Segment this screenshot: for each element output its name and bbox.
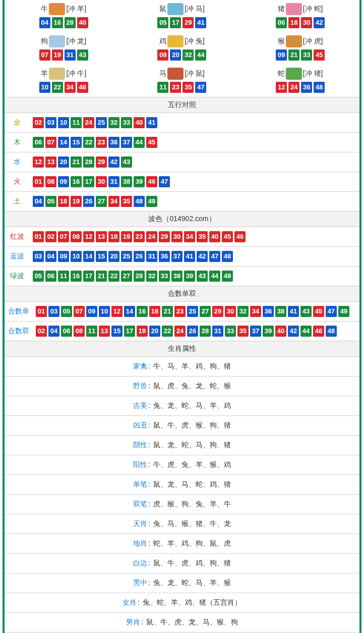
number-ball: 27 (96, 196, 107, 207)
table-row: 红波 0102070812131819232429303435404546 (5, 227, 359, 247)
number-ball: 24 (174, 326, 186, 337)
number-ball: 11 (157, 82, 168, 93)
attr-value: 兔、马、猴、猪、牛、龙 (153, 519, 231, 528)
number-ball: 25 (187, 306, 198, 317)
number-ball: 09 (58, 251, 69, 262)
number-ball: 10 (71, 251, 82, 262)
number-ball: 23 (174, 306, 186, 317)
attr-value: 兔、蛇、羊、鸡、猪（五宫肖） (143, 598, 241, 606)
zodiac-icon (49, 35, 65, 47)
number-ball: 05 (61, 306, 72, 317)
number-ball: 26 (134, 251, 145, 262)
number-ball: 35 (237, 326, 249, 337)
zodiac-header: 鼠 [冲 马] (123, 3, 241, 15)
number-ball: 22 (52, 82, 63, 93)
number-ball: 08 (45, 176, 56, 187)
number-ball: 28 (83, 156, 94, 168)
row-numbers: 0103050709101214161821232527293032343638… (33, 302, 359, 322)
number-ball: 19 (121, 231, 132, 242)
number-ball: 48 (326, 326, 337, 337)
number-ball: 08 (74, 326, 85, 337)
number-ball: 45 (313, 306, 324, 317)
attr-value: 牛、马、羊、鸡、狗、猪 (153, 362, 231, 370)
number-ball: 23 (96, 137, 107, 148)
number-ball: 15 (96, 251, 107, 262)
table-row: 金 02031011242532334041 (5, 113, 359, 133)
table-row: 蓝波 03040910141520252631363741424748 (5, 247, 359, 267)
number-ball: 20 (58, 156, 69, 168)
number-ball: 36 (263, 306, 274, 317)
zodiac-cell: 牛 [冲 羊] 04162840 (5, 0, 123, 32)
zodiac-name: 牛 (41, 5, 48, 14)
number-ball: 35 (197, 231, 208, 242)
attr-label: 野兽 (133, 382, 147, 390)
number-ball: 16 (137, 306, 148, 317)
number-ball: 28 (134, 271, 145, 282)
number-ball: 15 (111, 326, 123, 337)
number-ball: 47 (159, 176, 170, 187)
zodiac-conflict: [冲 兔] (185, 37, 205, 46)
zodiac-numbers: 05172941 (123, 17, 241, 28)
number-ball: 13 (99, 326, 110, 337)
number-ball: 41 (146, 117, 157, 128)
number-ball: 14 (83, 251, 94, 262)
attr-label: 双笔 (133, 500, 147, 508)
number-ball: 32 (108, 117, 119, 128)
zodiac-conflict: [冲 龙] (66, 37, 86, 46)
number-ball: 33 (159, 271, 170, 282)
row-label: 合数单 (5, 302, 33, 322)
number-ball: 33 (301, 49, 312, 61)
zodiac-cell: 猴 [冲 虎] 09213345 (241, 32, 359, 65)
attr-row: 吉美: 兔、龙、蛇、马、羊、鸡 (5, 396, 359, 415)
number-ball: 48 (222, 251, 233, 262)
number-ball: 47 (195, 82, 206, 93)
number-ball: 38 (121, 176, 132, 187)
number-ball: 22 (108, 271, 119, 282)
number-ball: 35 (121, 196, 132, 207)
attr-value: 鼠、牛、虎、猴、狗、猪 (153, 421, 231, 429)
zodiac-cell: 羊 [冲 牛] 10223446 (5, 65, 123, 97)
number-ball: 37 (171, 251, 183, 262)
row-numbers: 06071415222336374445 (30, 133, 359, 152)
row-numbers: 02031011242532334041 (30, 113, 359, 133)
number-ball: 45 (146, 137, 157, 148)
number-ball: 05 (157, 17, 168, 28)
number-ball: 05 (33, 271, 44, 282)
number-ball: 40 (275, 326, 286, 337)
attr-list: 家禽: 牛、马、羊、鸡、狗、猪 野兽: 鼠、虎、兔、龙、蛇、猴 吉美: 兔、龙、… (5, 357, 359, 633)
number-ball: 47 (326, 306, 337, 317)
zodiac-icon (286, 68, 302, 80)
attr-label: 地肖 (133, 539, 147, 547)
number-ball: 19 (137, 326, 148, 337)
number-ball: 10 (99, 306, 110, 317)
attr-label: 单笔 (133, 480, 147, 488)
attr-value: 兔、龙、蛇、马、羊、猴 (153, 578, 231, 587)
number-ball: 44 (195, 49, 206, 61)
number-ball: 40 (77, 17, 88, 28)
number-ball: 18 (58, 196, 69, 207)
table-row: 水 1213202128294243 (5, 152, 359, 172)
number-ball: 38 (171, 271, 183, 282)
attr-row: 地肖: 蛇、羊、鸡、狗、鼠、虎 (5, 534, 359, 553)
number-ball: 25 (121, 251, 132, 262)
number-ball: 34 (250, 306, 261, 317)
number-ball: 44 (134, 137, 145, 148)
zodiac-cell: 蛇 [冲 猪] 12243648 (241, 65, 359, 97)
number-ball: 32 (237, 306, 249, 317)
number-ball: 03 (48, 306, 59, 317)
number-ball: 48 (134, 196, 145, 207)
table-row: 木 06071415222336374445 (5, 133, 359, 152)
zodiac-name: 猴 (278, 37, 285, 46)
number-ball: 29 (183, 17, 194, 28)
number-ball: 26 (187, 326, 198, 337)
number-ball: 20 (170, 49, 181, 61)
number-ball: 22 (83, 137, 94, 148)
number-ball: 25 (96, 117, 107, 128)
number-ball: 29 (96, 156, 107, 168)
number-ball: 06 (276, 17, 287, 28)
number-ball: 29 (159, 231, 170, 242)
number-ball: 18 (108, 231, 119, 242)
zodiac-numbers: 09213345 (241, 49, 359, 61)
number-ball: 12 (33, 156, 44, 168)
attr-row: 黑中: 兔、龙、蛇、马、羊、猴 (5, 573, 359, 593)
